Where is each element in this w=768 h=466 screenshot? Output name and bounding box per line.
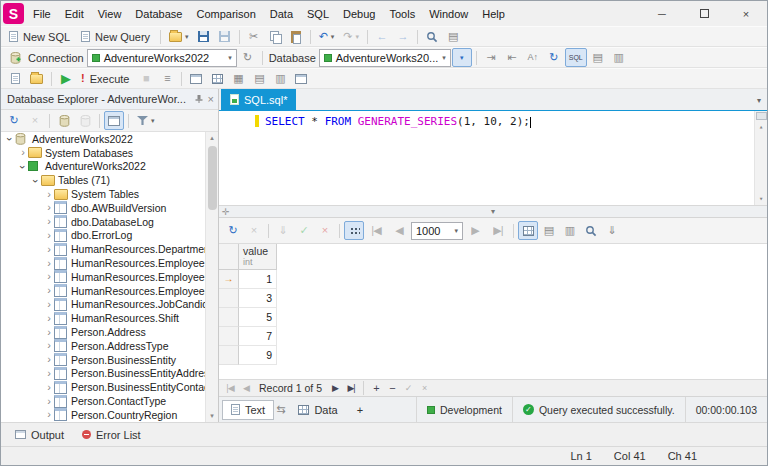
tree-item[interactable]: ›AdventureWorks2022: [1, 132, 205, 146]
row-selector[interactable]: [219, 327, 239, 346]
redo-button[interactable]: ↷ ▾: [339, 27, 363, 46]
save-button[interactable]: [194, 27, 214, 46]
scroll-up-icon[interactable]: ▴: [210, 132, 214, 144]
tree-item[interactable]: ›System Tables: [1, 187, 205, 201]
copy-button[interactable]: [265, 27, 285, 46]
tree-item[interactable]: ›HumanResources.EmployeePayHisto: [1, 284, 205, 298]
minimize-button[interactable]: ─: [641, 1, 683, 26]
menu-sql[interactable]: SQL: [300, 1, 336, 26]
tree-chevron-icon[interactable]: ›: [44, 313, 54, 324]
scroll-up-icon[interactable]: ▴: [759, 121, 763, 133]
navigate-back-button[interactable]: ←: [372, 27, 392, 46]
execute-with-options-button[interactable]: ! Execute: [77, 69, 135, 88]
row-selector[interactable]: [219, 346, 239, 365]
tree-item[interactable]: ›HumanResources.Employee: [1, 256, 205, 270]
splitter-handle-icon[interactable]: ✛: [222, 207, 230, 217]
tree-chevron-icon[interactable]: ›: [44, 202, 54, 213]
next-page-button[interactable]: ▶: [464, 221, 486, 240]
tree-item[interactable]: ›System Databases: [1, 146, 205, 160]
bookmark-button[interactable]: ▤: [443, 27, 463, 46]
cancel-refresh-button[interactable]: ×: [244, 221, 264, 240]
table-row[interactable]: 7: [219, 327, 277, 346]
tree-chevron-icon[interactable]: ›: [44, 244, 54, 255]
scroll-down-icon[interactable]: ▾: [210, 410, 214, 422]
swap-view-icon[interactable]: ⇆: [276, 404, 285, 415]
open-script-button[interactable]: [26, 69, 47, 88]
collapse-regions-button[interactable]: ▥: [609, 48, 629, 67]
close-button[interactable]: ×: [725, 1, 767, 26]
tree-chevron-icon[interactable]: ›: [44, 258, 54, 269]
query-plan-button[interactable]: ▦: [228, 69, 248, 88]
tree-chevron-icon[interactable]: ›: [4, 134, 15, 144]
table-row[interactable]: 5: [219, 308, 277, 327]
filter-button[interactable]: ▾: [133, 111, 159, 130]
tree-item[interactable]: ›HumanResources.EmployeeDepartm: [1, 270, 205, 284]
page-size-combobox[interactable]: 1000 ▾: [411, 222, 463, 240]
pin-results-button[interactable]: [291, 69, 311, 88]
tree-item[interactable]: ›Person.BusinessEntityContact: [1, 380, 205, 394]
indent-button[interactable]: ⇥: [481, 48, 501, 67]
append-record-button[interactable]: +: [369, 382, 383, 394]
sql-editor[interactable]: SELECT * FROM GENERATE_SERIES(1, 10, 2);…: [219, 111, 767, 206]
tree-item[interactable]: ›AdventureWorks2022: [1, 160, 205, 174]
tab-error-list[interactable]: Error List: [74, 427, 149, 443]
pin-icon[interactable]: [194, 94, 204, 104]
rollback-button[interactable]: ×: [315, 221, 335, 240]
new-connection-button[interactable]: [5, 48, 25, 67]
tree-item[interactable]: ›HumanResources.Department: [1, 242, 205, 256]
tree-item[interactable]: ›Person.AddressType: [1, 339, 205, 353]
database-combobox[interactable]: AdventureWorks20... ▾: [319, 49, 451, 67]
find-in-grid-button[interactable]: [581, 221, 601, 240]
tree-item[interactable]: ›HumanResources.JobCandidate: [1, 298, 205, 312]
undo-button[interactable]: ↶ ▾: [315, 27, 339, 46]
first-record-button[interactable]: |◀: [223, 383, 237, 393]
tab-data[interactable]: Data: [290, 400, 345, 420]
tree-chevron-icon[interactable]: ›: [44, 354, 54, 365]
tree-item[interactable]: ›Person.Address: [1, 325, 205, 339]
tree-chevron-icon[interactable]: ›: [18, 147, 28, 158]
tree-item[interactable]: ›Tables (71): [1, 173, 205, 187]
tree-item[interactable]: ›Person.BusinessEntity: [1, 353, 205, 367]
tree-chevron-icon[interactable]: ›: [44, 327, 54, 338]
row-selector[interactable]: [219, 289, 239, 308]
connection-combobox[interactable]: AdventureWorks2022 ▾: [87, 49, 237, 67]
tree-item[interactable]: ›HumanResources.Shift: [1, 311, 205, 325]
results-layout-button[interactable]: [186, 69, 206, 88]
cell-value[interactable]: 1: [239, 270, 277, 289]
outline-button[interactable]: ▤: [588, 48, 608, 67]
object-viewer-button[interactable]: [104, 111, 124, 130]
database-dropdown-button[interactable]: ▾: [452, 48, 472, 67]
tree-chevron-icon[interactable]: ›: [44, 409, 54, 420]
tree-item[interactable]: ›dbo.ErrorLog: [1, 229, 205, 243]
first-page-button[interactable]: |◀: [365, 221, 387, 240]
tree-chevron-icon[interactable]: ›: [44, 230, 54, 241]
find-button[interactable]: [422, 27, 442, 46]
prev-record-button[interactable]: ◀: [239, 383, 253, 393]
menu-edit[interactable]: Edit: [58, 1, 91, 26]
refresh-explorer-button[interactable]: ↻: [4, 111, 24, 130]
table-row[interactable]: 9: [219, 346, 277, 365]
delete-record-button[interactable]: −: [385, 382, 399, 394]
menu-comparison[interactable]: Comparison: [189, 1, 262, 26]
menu-debug[interactable]: Debug: [336, 1, 382, 26]
last-record-button[interactable]: ▶|: [344, 383, 358, 393]
tree-scrollbar[interactable]: ▴ ▾: [205, 132, 218, 422]
execute-button[interactable]: ▶: [56, 69, 76, 88]
add-tab-button[interactable]: +: [349, 400, 371, 420]
tree-chevron-icon[interactable]: ›: [44, 189, 54, 200]
new-sql-button[interactable]: New SQL: [5, 27, 76, 46]
next-record-button[interactable]: ▶: [328, 383, 342, 393]
tree-chevron-icon[interactable]: ›: [44, 396, 54, 407]
cell-value[interactable]: 5: [239, 308, 277, 327]
prev-page-button[interactable]: ◀: [388, 221, 410, 240]
scroll-down-icon[interactable]: ▾: [759, 193, 763, 205]
column-header-value[interactable]: value int: [239, 244, 277, 270]
export-data-button[interactable]: ⇓: [273, 221, 293, 240]
grid-view-button[interactable]: [518, 221, 538, 240]
tree-chevron-icon[interactable]: ›: [44, 285, 54, 296]
aggregate-view-button[interactable]: ▤: [539, 221, 559, 240]
new-connection-button[interactable]: [54, 111, 74, 130]
document-button[interactable]: [5, 69, 25, 88]
tree-chevron-icon[interactable]: ›: [44, 340, 54, 351]
export-grid-button[interactable]: ⇓: [602, 221, 622, 240]
